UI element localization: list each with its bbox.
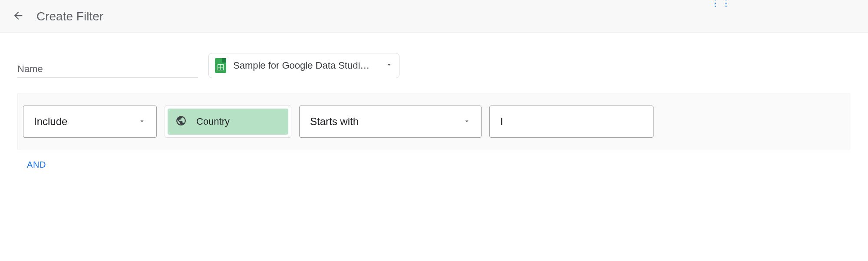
google-sheets-icon	[215, 58, 226, 73]
back-button[interactable]	[8, 6, 29, 27]
filter-panel: Name Sample for Google Data Studio - S… …	[0, 33, 868, 170]
chevron-down-icon	[138, 116, 146, 128]
chevron-down-icon	[463, 116, 471, 128]
filter-value-input[interactable]	[489, 106, 653, 138]
include-exclude-dropdown[interactable]: Include	[23, 106, 157, 138]
condition-label: Starts with	[310, 116, 359, 128]
dimension-picker[interactable]: Country	[165, 106, 291, 138]
top-row: Name Sample for Google Data Studio - S…	[17, 53, 851, 78]
filter-rule-row: Include Country Starts with	[17, 93, 851, 150]
filter-name-label: Name	[17, 63, 198, 77]
add-and-clause-button[interactable]: AND	[27, 160, 46, 170]
drag-dots-icon: ⋮⋮	[710, 0, 732, 5]
page-title: Create Filter	[36, 10, 103, 23]
header-bar: Create Filter	[0, 0, 868, 33]
filter-name-field[interactable]: Name	[17, 63, 198, 78]
data-source-label: Sample for Google Data Studio - S…	[233, 60, 372, 71]
globe-icon	[175, 115, 187, 128]
include-exclude-label: Include	[34, 116, 67, 128]
filter-name-underline	[17, 77, 198, 78]
arrow-left-icon	[12, 10, 24, 23]
dimension-label: Country	[196, 116, 230, 127]
data-source-dropdown[interactable]: Sample for Google Data Studio - S…	[208, 53, 399, 78]
condition-dropdown[interactable]: Starts with	[299, 106, 482, 138]
dimension-chip: Country	[168, 109, 288, 135]
chevron-down-icon	[385, 61, 393, 70]
